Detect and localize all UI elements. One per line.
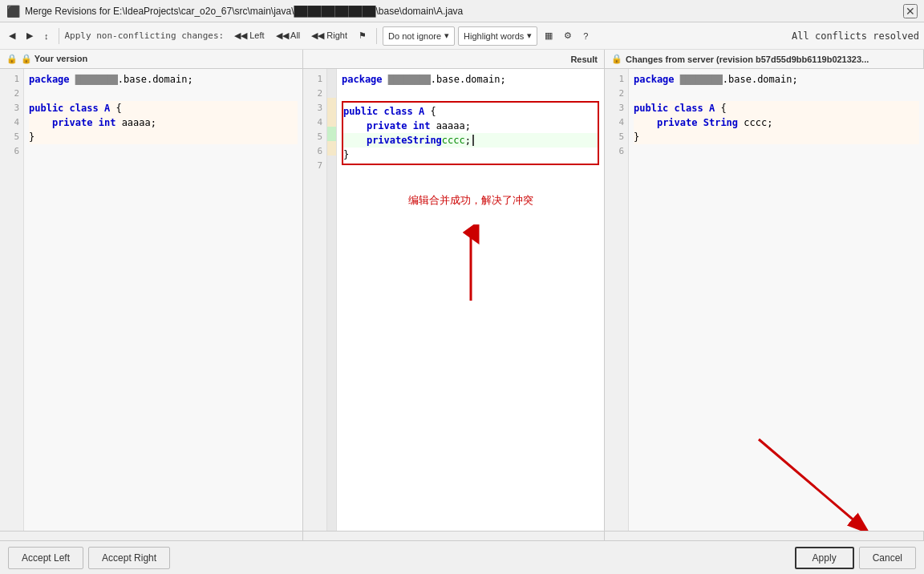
up-arrow-container — [342, 224, 599, 305]
ln-right-2: 2 — [605, 87, 628, 101]
ln-left-1: 1 — [0, 72, 23, 87]
ln-right-3: 3 — [605, 101, 628, 115]
apply-right-button[interactable]: ◀◀ Right — [307, 26, 351, 46]
back-button[interactable]: ◀ — [5, 26, 19, 46]
ln-left-4: 4 — [0, 115, 23, 130]
ln-left-3: 3 — [0, 101, 23, 115]
ln-mid-4: 4 — [303, 115, 326, 130]
middle-panel-header: Result — [303, 50, 605, 68]
scrollbar-row — [0, 531, 924, 540]
highlight-label: Highlight words — [464, 31, 524, 41]
conflict-status: All conflicts resolved — [792, 30, 919, 42]
left-code-line-2 — [29, 87, 298, 101]
left-code-line-1: package ████████.base.domain; — [29, 72, 298, 87]
right-code-line-6 — [634, 144, 919, 159]
ignore-dropdown[interactable]: Do not ignore ▾ — [383, 26, 455, 46]
title-text: Merge Revisions for E:\IdeaProjects\car_… — [25, 6, 903, 17]
magic-button[interactable]: ↕ — [40, 26, 53, 46]
left-code-area[interactable]: package ████████.base.domain; public cla… — [24, 69, 302, 531]
gutter-line-4 — [327, 112, 336, 127]
diagonal-arrow-container — [634, 399, 919, 531]
right-code-line-4: private String cccc; — [634, 115, 919, 130]
ln-right-5: 5 — [605, 130, 628, 144]
right-code-line-5: } — [634, 130, 919, 144]
middle-scrollbar[interactable] — [303, 532, 605, 540]
left-code-line-4: private int aaaaa; — [29, 115, 298, 130]
result-label: Result — [570, 55, 598, 64]
ln-right-6: 6 — [605, 144, 628, 159]
mid-code-line-2 — [342, 87, 599, 101]
right-code-container[interactable]: package ████████.base.domain; public cla… — [629, 69, 924, 531]
right-code-line-3: public class A { — [634, 101, 919, 115]
gutter-line-1 — [327, 69, 336, 83]
mid-code-line-5: private String cccc; — [343, 133, 598, 148]
right-line-numbers: 1 2 3 4 5 6 — [605, 69, 629, 531]
columns-area: 1 2 3 4 5 6 package ████████.base.domain… — [0, 69, 924, 531]
cancel-button[interactable]: Cancel — [859, 547, 916, 569]
left-code-line-3: public class A { — [29, 101, 298, 115]
right-column: 1 2 3 4 5 6 package ████████.base.domain… — [605, 69, 924, 531]
footer-right-buttons: Apply Cancel — [795, 547, 916, 569]
left-column: 1 2 3 4 5 6 package ████████.base.domain… — [0, 69, 303, 531]
accept-left-button[interactable]: Accept Left — [8, 547, 83, 569]
ln-left-5: 5 — [0, 130, 23, 144]
lock-icon-right: 🔒 — [611, 54, 622, 64]
apply-left-button[interactable]: ◀◀ Left — [230, 26, 268, 46]
left-header-text: 🔒 Your version — [21, 54, 87, 64]
toolbar: ◀ ▶ ↕ Apply non-conflicting changes: ◀◀ … — [0, 22, 924, 50]
mid-code-line-6: } — [343, 148, 598, 162]
left-code-line-5: } — [29, 130, 298, 144]
gutter-line-2 — [327, 83, 336, 98]
diagonal-arrow-icon — [735, 423, 895, 531]
panel-headers: 🔒 🔒 Your version Result 🔒 Changes from s… — [0, 50, 924, 69]
right-code-line-1: package ████████.base.domain; — [634, 72, 919, 87]
accept-right-button[interactable]: Accept Right — [88, 547, 170, 569]
right-header-text: Changes from server (revision b57d55d9bb… — [626, 55, 869, 64]
merge-success-text: 编辑合并成功，解决了冲突 — [342, 192, 599, 208]
ln-left-2: 2 — [0, 87, 23, 101]
apply-all-button[interactable]: ◀◀ All — [272, 26, 305, 46]
ln-left-6: 6 — [0, 144, 23, 159]
gutter-line-5 — [327, 127, 336, 141]
highlight-arrow-icon: ▾ — [527, 30, 532, 41]
highlight-dropdown[interactable]: Highlight words ▾ — [458, 26, 537, 46]
app-icon: ⬛ — [6, 5, 20, 18]
mid-code-line-4: private int aaaaa; — [343, 119, 598, 133]
ln-mid-1: 1 — [303, 72, 326, 87]
middle-line-numbers: 1 2 3 4 5 6 7 — [303, 69, 327, 531]
ln-mid-6: 6 — [303, 144, 326, 159]
right-code-inner: package ████████.base.domain; public cla… — [629, 69, 924, 531]
flag-button[interactable]: ⚑ — [355, 26, 371, 46]
dropdown-arrow-icon: ▾ — [444, 30, 449, 41]
left-line-numbers: 1 2 3 4 5 6 — [0, 69, 24, 531]
separator-2 — [376, 28, 377, 44]
gutter-line-3 — [327, 98, 336, 112]
columns-button[interactable]: ▦ — [541, 26, 557, 46]
ln-right-4: 4 — [605, 115, 628, 130]
title-bar: ⬛ Merge Revisions for E:\IdeaProjects\ca… — [0, 0, 924, 22]
middle-gutter — [327, 69, 337, 531]
right-scrollbar[interactable] — [605, 532, 924, 540]
left-scrollbar[interactable] — [0, 532, 303, 540]
mid-code-line-7 — [342, 165, 599, 180]
ln-mid-5: 5 — [303, 130, 326, 144]
close-button[interactable]: ✕ — [903, 4, 918, 18]
apply-button[interactable]: Apply — [795, 547, 854, 569]
ln-mid-7: 7 — [303, 159, 326, 173]
middle-code-container[interactable]: package ████████.base.domain; public cla… — [337, 69, 604, 531]
help-button[interactable]: ? — [579, 26, 592, 46]
ln-right-1: 1 — [605, 72, 628, 87]
lock-icon-left: 🔒 — [6, 54, 18, 64]
right-panel-header: 🔒 Changes from server (revision b57d55d9… — [605, 50, 924, 68]
middle-code-inner: package ████████.base.domain; public cla… — [337, 69, 604, 308]
ln-mid-3: 3 — [303, 101, 326, 115]
left-code-line-6 — [29, 144, 298, 159]
mid-code-line-1: package ████████.base.domain; — [342, 72, 599, 87]
gutter-line-6 — [327, 141, 336, 156]
mid-code-line-3: public class A { — [343, 104, 598, 119]
conflict-box: public class A { private int aaaaa; priv… — [342, 101, 599, 165]
svg-line-3 — [759, 439, 867, 531]
forward-button[interactable]: ▶ — [22, 26, 37, 46]
settings-button[interactable]: ⚙ — [560, 26, 576, 46]
up-arrow-icon — [459, 224, 483, 305]
